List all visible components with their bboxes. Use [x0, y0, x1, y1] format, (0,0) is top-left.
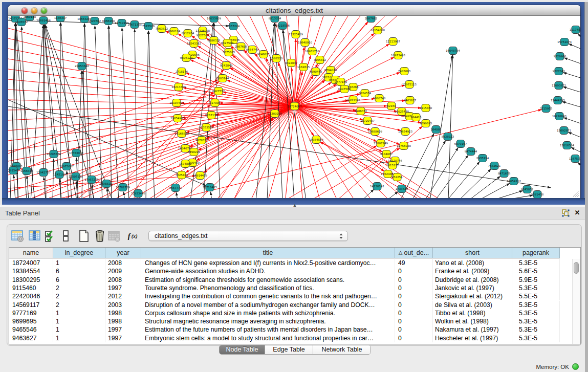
graph-node[interactable]: 62160	[387, 102, 396, 110]
graph-node[interactable]: 9227341	[553, 68, 565, 75]
graph-node[interactable]: 164095	[431, 126, 442, 134]
graph-node[interactable]: 2687682	[365, 16, 378, 23]
graph-node[interactable]: 9327505	[197, 32, 209, 39]
graph-node[interactable]: 9245052	[521, 186, 534, 193]
graph-node[interactable]: 16648784	[446, 47, 460, 55]
graph-node[interactable]: 1117455	[570, 26, 580, 34]
graph-node[interactable]: 984415	[411, 114, 422, 121]
window-titlebar[interactable]: citations_edges.txt	[8, 5, 580, 16]
graph-node[interactable]: 16671355	[127, 21, 142, 29]
table-row[interactable]: 969969511998Structural magnetic resonanc…	[9, 317, 580, 325]
graph-node[interactable]: 12093872	[552, 82, 566, 90]
graph-node[interactable]: 7632621	[488, 162, 501, 170]
graph-node[interactable]: 15720407	[360, 117, 375, 125]
column-header-pagerank[interactable]: pagerank	[512, 248, 560, 258]
graph-node[interactable]: 9146821	[257, 51, 270, 58]
graph-node[interactable]: 8267130	[205, 112, 218, 119]
graph-node[interactable]: 20691406	[36, 17, 51, 25]
column-header-out_de[interactable]: △out_de...	[395, 248, 433, 258]
graph-node[interactable]: 9329966	[554, 53, 567, 60]
graph-node[interactable]: 7485063	[398, 68, 411, 75]
graph-node[interactable]: 3675685	[223, 49, 235, 56]
split-pane-handle[interactable]: ▲	[291, 204, 298, 208]
graph-node[interactable]: 3824554	[359, 90, 372, 97]
row-select-icon[interactable]	[43, 229, 57, 243]
column-header-short[interactable]: short	[433, 248, 512, 258]
table-row[interactable]: 911546021997Tourette syndrome. Phenomeno…	[9, 284, 580, 292]
graph-node[interactable]: 18640910	[298, 39, 312, 47]
table-row[interactable]: 977716911998Corpus callosum shape and si…	[9, 309, 580, 317]
network-canvas[interactable]: 1405572114055722069140206914061186317106…	[8, 16, 580, 198]
column-header-year[interactable]: year	[105, 248, 141, 258]
delete-column-icon[interactable]	[93, 229, 106, 243]
graph-node[interactable]: 10154808	[371, 27, 385, 34]
rows-icon[interactable]	[59, 229, 73, 243]
graph-node[interactable]: 12942757	[36, 169, 51, 177]
function-builder-icon[interactable]: f(x)	[127, 229, 140, 243]
graph-node[interactable]: 17353936	[69, 149, 83, 157]
graph-node[interactable]: 1186317	[54, 16, 67, 22]
table-row[interactable]: 2242004622012Investigating the contribut…	[9, 292, 580, 300]
graph-node[interactable]: 9184067	[380, 150, 393, 158]
graph-node[interactable]: 9463627	[404, 97, 417, 104]
graph-node[interactable]: 2803144	[216, 75, 229, 82]
table-row[interactable]: 1830029562008Estimation of significance …	[9, 276, 580, 284]
graph-node[interactable]: 252254	[392, 173, 403, 181]
close-panel-icon[interactable]: ✕	[574, 209, 581, 216]
graph-node[interactable]: 15751074	[557, 38, 572, 46]
graph-node[interactable]: 5878352	[195, 137, 208, 144]
graph-node[interactable]: 12444195	[551, 97, 565, 104]
graph-node[interactable]: 16961758	[305, 48, 319, 55]
graph-node[interactable]: 16033809	[207, 16, 221, 23]
tab-node-table[interactable]: Node Table	[220, 345, 265, 354]
graph-node[interactable]: 20053346	[75, 62, 89, 70]
graph-node[interactable]: 10688609	[368, 128, 382, 136]
graph-node[interactable]: 8471676	[498, 170, 511, 178]
table-settings-icon[interactable]	[11, 229, 24, 243]
graph-node[interactable]: 9699695	[420, 120, 432, 127]
graph-node[interactable]: 8938923	[442, 133, 454, 141]
graph-node[interactable]: 15692971	[557, 127, 571, 135]
table-scrollbar[interactable]	[572, 259, 580, 344]
graph-node[interactable]: 1080748	[373, 95, 386, 102]
graph-node[interactable]: 391547	[8, 167, 19, 174]
tab-network-table[interactable]: Network Table	[313, 345, 371, 354]
graph-node[interactable]: 12975115	[402, 81, 417, 89]
graph-node[interactable]: 6794028	[324, 67, 337, 74]
new-column-icon[interactable]	[77, 229, 91, 243]
graph-node[interactable]: 8186328	[208, 37, 221, 45]
graph-node[interactable]: 9474444	[465, 148, 477, 156]
graph-node[interactable]: 10975667	[59, 163, 74, 170]
graph-node[interactable]: 8813054	[269, 16, 281, 23]
graph-node[interactable]: 7986372	[355, 107, 367, 115]
table-scrollbar-thumb[interactable]	[574, 262, 579, 274]
tab-edge-table[interactable]: Edge Table	[265, 345, 313, 354]
graph-node[interactable]: 6966160	[102, 17, 115, 25]
table-source-dropdown[interactable]: citations_edges.txt	[148, 231, 348, 241]
graph-node[interactable]: 7955812	[314, 56, 326, 64]
float-panel-icon[interactable]	[562, 209, 570, 217]
graph-node[interactable]: 1145194	[53, 171, 66, 179]
column-header-title[interactable]: title	[141, 248, 395, 258]
graph-node[interactable]: 3215955	[540, 105, 553, 113]
table-row[interactable]: 1872400712008Changes of HCN gene express…	[9, 259, 580, 267]
table-row[interactable]: 946362711997Embryonic stem cells: a mode…	[9, 334, 580, 342]
table-row[interactable]: 1938455462009Genome-wide association stu…	[9, 267, 580, 275]
graph-node[interactable]: 2935114	[476, 155, 489, 162]
graph-node[interactable]: 9115460	[420, 104, 432, 112]
table-row[interactable]: 1456911722003Disruption of a novel membe…	[9, 301, 580, 309]
graph-node[interactable]: 12505135	[69, 173, 83, 181]
graph-node[interactable]: 19654923	[398, 128, 412, 136]
graph-node[interactable]: 7515526	[142, 23, 155, 30]
graph-node[interactable]: 8322037	[285, 59, 298, 67]
graph-node[interactable]: 21364436	[346, 96, 360, 104]
graph-node[interactable]: 417006	[210, 99, 221, 107]
graph-node[interactable]: 12213967	[386, 38, 400, 46]
graph-node[interactable]: 12923448	[131, 190, 145, 198]
column-select-icon[interactable]	[28, 229, 41, 243]
table-row[interactable]: 946554611997Estimation of the future num…	[9, 325, 580, 334]
graph-node[interactable]: 9391458	[531, 191, 544, 199]
graph-node[interactable]: 8912954	[182, 30, 194, 37]
graph-node[interactable]: 12213369	[171, 83, 186, 91]
graph-node[interactable]: 11353594	[199, 124, 213, 132]
